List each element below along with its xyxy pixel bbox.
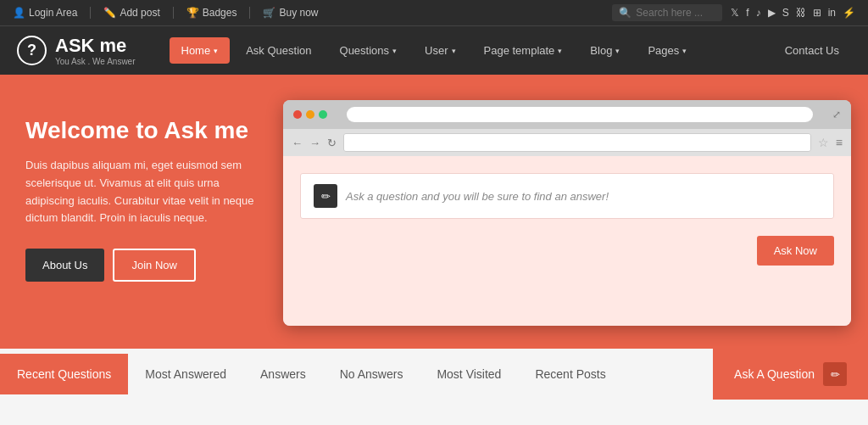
login-area-link[interactable]: 👤 Login Area (13, 7, 77, 19)
hero-body: Duis dapibus aliquam mi, eget euismod se… (25, 157, 271, 227)
logo-tagline: You Ask . We Answer (55, 57, 136, 66)
question-placeholder-text: Ask a question and you will be sure to f… (346, 190, 609, 203)
linkedin-icon[interactable]: in (828, 7, 836, 19)
question-box: ✏ Ask a question and you will be sure to… (300, 173, 834, 219)
pencil-box-icon: ✏ (314, 184, 337, 208)
ask-a-question-button[interactable]: Ask A Question ✏ (713, 349, 868, 400)
browser-dots (293, 110, 327, 119)
chain-icon[interactable]: ⛓ (796, 7, 806, 19)
search-box[interactable]: 🔍 (612, 4, 722, 21)
nav-home[interactable]: Home ▾ (170, 37, 231, 64)
cart-icon: 🛒 (263, 7, 275, 19)
hero-content: Welcome to Ask me Duis dapibus aliquam m… (25, 109, 271, 282)
top-bar-right: 🔍 𝕏 f ♪ ▶ S ⛓ ⊞ in ⚡ (612, 4, 855, 21)
dot-red (293, 110, 302, 119)
social-icons: 𝕏 f ♪ ▶ S ⛓ ⊞ in ⚡ (731, 7, 855, 19)
skype-icon[interactable]: S (782, 7, 789, 19)
tab-no-answers[interactable]: No Answers (323, 354, 420, 394)
grid-icon[interactable]: ⊞ (813, 7, 821, 19)
home-chevron-icon: ▾ (214, 47, 218, 55)
nav-items: Home ▾ Ask Question Questions ▾ User ▾ P… (170, 37, 852, 64)
nav-bar: ? ASK me You Ask . We Answer Home ▾ Ask … (0, 25, 868, 75)
buy-now-link[interactable]: 🛒 Buy now (263, 7, 318, 19)
user-icon: 👤 (13, 7, 25, 19)
browser-titlebar: ⤢ (283, 100, 851, 129)
logo-text: ASK me You Ask . We Answer (55, 35, 136, 66)
user-chevron-icon: ▾ (452, 47, 456, 55)
logo-icon: ? (17, 36, 47, 65)
add-post-link[interactable]: ✏️ Add post (103, 7, 159, 19)
youtube-icon[interactable]: ▶ (768, 7, 776, 19)
hero-buttons: About Us Join Now (25, 249, 271, 282)
search-input[interactable] (636, 7, 721, 19)
dot-green (319, 110, 327, 119)
page-template-chevron-icon: ▾ (558, 47, 562, 55)
rss-icon[interactable]: ⚡ (843, 7, 855, 19)
browser-forward-icon[interactable]: → (309, 137, 320, 149)
logo-area: ? ASK me You Ask . We Answer (17, 35, 136, 66)
browser-menu-icon[interactable]: ≡ (836, 136, 843, 149)
ask-question-edit-icon: ✏ (823, 362, 847, 386)
browser-nav-bar: ← → ↻ ☆ ≡ (283, 129, 851, 156)
hero-section: Welcome to Ask me Duis dapibus aliquam m… (0, 75, 868, 346)
divider (90, 7, 91, 19)
nav-ask-question[interactable]: Ask Question (234, 37, 323, 64)
tabs-section: Recent Questions Most Answered Answers N… (0, 346, 868, 400)
nav-questions[interactable]: Questions ▾ (328, 37, 409, 64)
search-icon: 🔍 (619, 7, 632, 19)
divider (173, 7, 174, 19)
top-bar: 👤 Login Area ✏️ Add post 🏆 Badges 🛒 Buy … (0, 0, 868, 25)
tab-most-answered[interactable]: Most Answered (128, 354, 243, 394)
browser-refresh-icon[interactable]: ↻ (327, 137, 337, 149)
nav-pages[interactable]: Pages ▾ (636, 37, 698, 64)
questions-chevron-icon: ▾ (392, 47, 397, 55)
browser-mockup: ⤢ ← → ↻ ☆ ≡ ✏ Ask a question and you wil… (283, 100, 851, 326)
pages-chevron-icon: ▾ (682, 47, 687, 55)
browser-url-bar (347, 107, 813, 122)
facebook-icon[interactable]: f (746, 7, 748, 19)
tiktok-icon[interactable]: ♪ (756, 7, 761, 19)
browser-address-bar[interactable] (343, 133, 811, 152)
expand-icon: ⤢ (832, 109, 841, 120)
trophy-icon: 🏆 (186, 7, 199, 19)
tab-recent-questions[interactable]: Recent Questions (0, 354, 128, 394)
hero-title: Welcome to Ask me (25, 117, 271, 144)
nav-user[interactable]: User ▾ (413, 37, 467, 64)
blog-chevron-icon: ▾ (615, 47, 620, 55)
browser-back-icon[interactable]: ← (292, 137, 303, 149)
browser-content: ✏ Ask a question and you will be sure to… (283, 156, 851, 326)
tab-most-visited[interactable]: Most Visited (420, 354, 518, 394)
top-bar-left: 👤 Login Area ✏️ Add post 🏆 Badges 🛒 Buy … (13, 7, 319, 19)
nav-blog[interactable]: Blog ▾ (578, 37, 632, 64)
about-us-button[interactable]: About Us (25, 249, 104, 282)
badges-link[interactable]: 🏆 Badges (186, 7, 237, 19)
logo-name: ASK me (55, 35, 136, 57)
ask-now-button[interactable]: Ask Now (757, 236, 834, 266)
nav-page-template[interactable]: Page template ▾ (472, 37, 575, 64)
tab-answers[interactable]: Answers (243, 354, 323, 394)
dot-yellow (306, 110, 314, 119)
pencil-icon: ✏️ (103, 7, 116, 19)
tab-recent-posts[interactable]: Recent Posts (518, 354, 622, 394)
divider (249, 7, 250, 19)
join-now-button[interactable]: Join Now (113, 249, 195, 282)
browser-star-icon[interactable]: ☆ (818, 136, 829, 149)
twitter-icon[interactable]: 𝕏 (731, 7, 739, 19)
nav-contact[interactable]: Contact Us (773, 37, 851, 64)
